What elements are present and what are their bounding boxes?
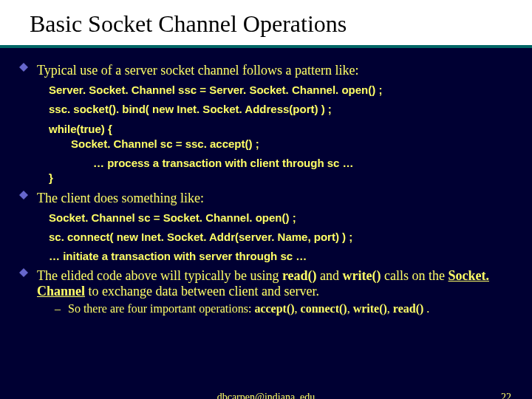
- code-text: … process a transaction with client thro…: [93, 157, 327, 169]
- text: So there are four important operations:: [68, 302, 254, 315]
- keyword: read(): [393, 302, 423, 315]
- code-line: while(true) { Socket. Channel sc = ssc. …: [49, 122, 513, 152]
- code-text: … process a transaction with client thro…: [49, 156, 354, 171]
- dash-bullet-icon: –: [55, 302, 68, 316]
- bullet-level2: – So there are four important operations…: [55, 302, 513, 316]
- page-number: 22: [501, 392, 511, 399]
- code-line: Server. Socket. Channel ssc = Server. So…: [49, 83, 513, 98]
- text: ,: [347, 302, 353, 315]
- code-text: while(true) {: [49, 123, 112, 135]
- slide-title: Basic Socket Channel Operations: [0, 0, 532, 45]
- svg-marker-2: [19, 268, 28, 277]
- slide-body: Typical use of a server socket channel f…: [0, 48, 532, 316]
- code-var: sc: [327, 157, 340, 169]
- text: .: [423, 302, 429, 315]
- bullet-text: The client does something like:: [37, 191, 513, 206]
- slide: Basic Socket Channel Operations Typical …: [0, 0, 532, 399]
- bullet-level1: The elided code above will typically be …: [19, 268, 513, 299]
- svg-marker-0: [19, 63, 28, 72]
- keyword: write(): [343, 268, 381, 283]
- code-line: sc. connect( new Inet. Socket. Addr(serv…: [49, 230, 513, 245]
- keyword: connect(): [301, 302, 347, 315]
- code-text: …: [339, 157, 353, 169]
- keyword: read(): [282, 268, 317, 283]
- diamond-bullet-icon: [19, 63, 37, 72]
- code-line: … initiate a transaction with server thr…: [49, 249, 513, 264]
- bullet-level1: Typical use of a server socket channel f…: [19, 63, 513, 78]
- code-text: Socket. Channel sc = ssc. accept() ;: [49, 137, 259, 151]
- footer-email: dbcarpen@indiana. edu: [217, 392, 316, 399]
- keyword: write(): [353, 302, 387, 315]
- code-var: sc: [280, 250, 293, 262]
- code-text: }: [49, 171, 53, 184]
- text: to exchange data between client and serv…: [85, 284, 319, 299]
- code-line: ssc. socket(). bind( new Inet. Socket. A…: [49, 102, 513, 117]
- keyword: accept(): [254, 302, 294, 315]
- title-bar: Basic Socket Channel Operations: [0, 0, 532, 48]
- svg-marker-1: [19, 191, 28, 200]
- code-line: … process a transaction with client thro…: [49, 156, 513, 186]
- bullet-level1: The client does something like:: [19, 191, 513, 206]
- text: ,: [295, 302, 301, 315]
- bullet-text: So there are four important operations: …: [68, 302, 513, 316]
- code-line: Socket. Channel sc = Socket. Channel. op…: [49, 211, 513, 225]
- code-text: … initiate a transaction with server thr…: [49, 250, 280, 262]
- text: and: [317, 268, 343, 283]
- diamond-bullet-icon: [19, 191, 37, 200]
- bullet-text: Typical use of a server socket channel f…: [37, 63, 513, 78]
- text: The elided code above will typically be …: [37, 268, 282, 283]
- bullet-text: The elided code above will typically be …: [37, 268, 513, 299]
- code-text: …: [293, 250, 307, 262]
- text: ,: [387, 302, 393, 315]
- diamond-bullet-icon: [19, 268, 37, 277]
- text: calls on the: [381, 268, 449, 283]
